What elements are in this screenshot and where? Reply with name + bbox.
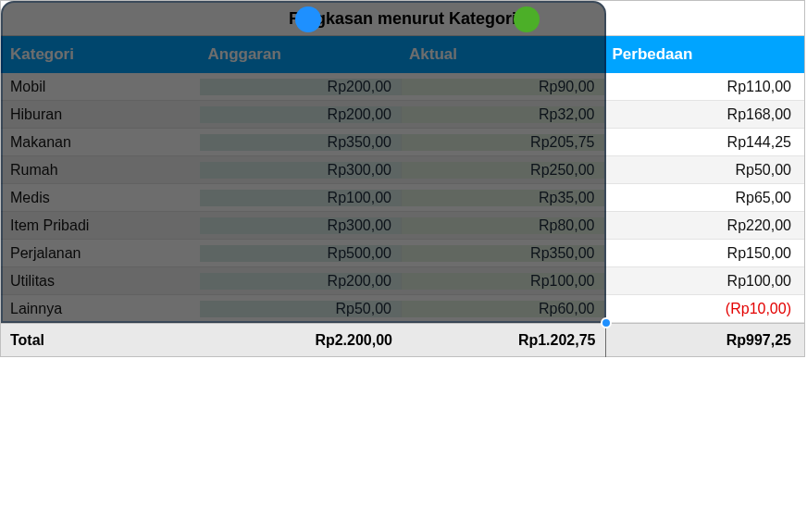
table-row[interactable]: UtilitasRp200,00Rp100,00Rp100,00 — [1, 267, 804, 295]
cell-perbedaan[interactable]: Rp100,00 — [604, 273, 804, 290]
table-row[interactable]: Item PribadiRp300,00Rp80,00Rp220,00 — [1, 212, 804, 240]
table-row[interactable]: HiburanRp200,00Rp32,00Rp168,00 — [1, 101, 804, 129]
table-row[interactable]: MobilRp200,00Rp90,00Rp110,00 — [1, 73, 804, 101]
cell-aktual[interactable]: Rp250,00 — [402, 162, 605, 179]
cell-perbedaan[interactable]: (Rp10,00) — [604, 301, 804, 317]
table-row[interactable]: MedisRp100,00Rp35,00Rp65,00 — [1, 184, 804, 212]
dot-green-icon — [514, 6, 540, 32]
cell-aktual[interactable]: Rp90,00 — [402, 79, 605, 95]
cell-anggaran[interactable]: Rp300,00 — [200, 162, 402, 179]
cell-kategori[interactable]: Medis — [1, 190, 200, 206]
cell-aktual[interactable]: Rp350,00 — [402, 245, 605, 262]
cell-perbedaan[interactable]: Rp150,00 — [604, 245, 804, 262]
spreadsheet-table[interactable]: Ringkasan menurut Kategori Kategori Angg… — [0, 0, 805, 357]
cell-perbedaan[interactable]: Rp220,00 — [604, 217, 804, 234]
cell-kategori[interactable]: Perjalanan — [1, 245, 200, 262]
cell-anggaran[interactable]: Rp500,00 — [200, 245, 402, 262]
cell-perbedaan[interactable]: Rp168,00 — [604, 106, 804, 123]
cell-perbedaan[interactable]: Rp144,25 — [604, 134, 804, 151]
table-row[interactable]: LainnyaRp50,00Rp60,00(Rp10,00) — [1, 295, 804, 323]
cell-aktual[interactable]: Rp60,00 — [402, 301, 605, 317]
cell-anggaran[interactable]: Rp50,00 — [200, 301, 402, 317]
cell-anggaran[interactable]: Rp200,00 — [200, 106, 402, 123]
cell-perbedaan[interactable]: Rp50,00 — [604, 162, 804, 179]
table-body: MobilRp200,00Rp90,00Rp110,00HiburanRp200… — [1, 73, 804, 323]
cell-kategori[interactable]: Rumah — [1, 162, 200, 179]
cell-aktual[interactable]: Rp80,00 — [402, 217, 605, 234]
cell-anggaran[interactable]: Rp350,00 — [200, 134, 402, 151]
cell-kategori[interactable]: Utilitas — [1, 273, 200, 290]
table-total-row: Total Rp2.200,00 Rp1.202,75 Rp997,25 — [1, 323, 804, 356]
header-aktual[interactable]: Aktual — [402, 45, 605, 64]
cell-kategori[interactable]: Lainnya — [1, 301, 200, 317]
cell-anggaran[interactable]: Rp200,00 — [200, 79, 402, 95]
cell-aktual[interactable]: Rp205,75 — [402, 134, 605, 151]
header-kategori[interactable]: Kategori — [1, 45, 200, 64]
table-row[interactable]: MakananRp350,00Rp205,75Rp144,25 — [1, 129, 804, 156]
cell-anggaran[interactable]: Rp200,00 — [200, 273, 402, 290]
cell-kategori[interactable]: Mobil — [1, 79, 200, 95]
cell-kategori[interactable]: Hiburan — [1, 106, 200, 123]
dot-blue-icon — [295, 6, 321, 32]
table-header-row: Kategori Anggaran Aktual Perbedaan — [1, 36, 804, 73]
cell-kategori[interactable]: Item Pribadi — [1, 217, 200, 234]
cell-kategori[interactable]: Makanan — [1, 134, 200, 151]
selection-drag-handle[interactable] — [601, 317, 612, 328]
cell-perbedaan[interactable]: Rp65,00 — [604, 190, 804, 206]
header-perbedaan[interactable]: Perbedaan — [604, 45, 804, 64]
total-label: Total — [1, 332, 200, 349]
cell-perbedaan[interactable]: Rp110,00 — [604, 79, 804, 95]
total-aktual: Rp1.202,75 — [402, 332, 605, 349]
table-row[interactable]: RumahRp300,00Rp250,00Rp50,00 — [1, 156, 804, 184]
total-anggaran: Rp2.200,00 — [200, 332, 402, 349]
callout-leader-line — [605, 328, 606, 357]
cell-aktual[interactable]: Rp32,00 — [402, 106, 605, 123]
cell-anggaran[interactable]: Rp100,00 — [200, 190, 402, 206]
cell-anggaran[interactable]: Rp300,00 — [200, 217, 402, 234]
table-title: Ringkasan menurut Kategori — [1, 1, 804, 36]
table-row[interactable]: PerjalananRp500,00Rp350,00Rp150,00 — [1, 240, 804, 267]
header-anggaran[interactable]: Anggaran — [200, 45, 402, 64]
cell-aktual[interactable]: Rp35,00 — [402, 190, 605, 206]
total-perbedaan: Rp997,25 — [604, 332, 804, 349]
cell-aktual[interactable]: Rp100,00 — [402, 273, 605, 290]
